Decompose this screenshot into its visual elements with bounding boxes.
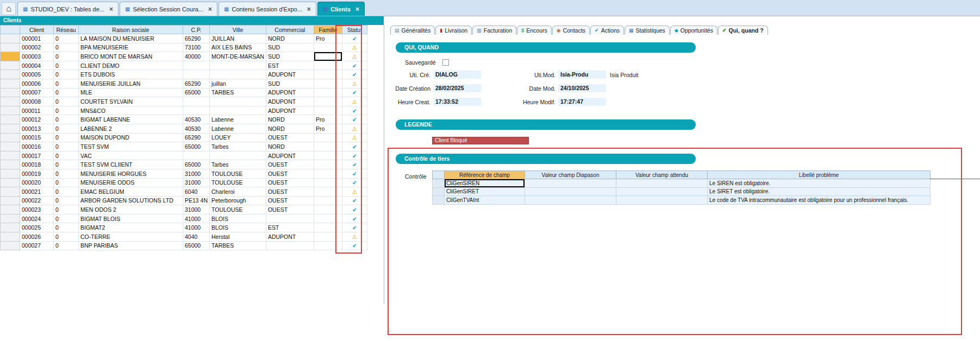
famille-cell[interactable] <box>314 142 342 151</box>
famille-cell[interactable] <box>314 97 342 106</box>
row-selector[interactable] <box>1 106 20 115</box>
row-selector[interactable] <box>1 205 20 214</box>
table-row[interactable]: CliGenSIRETLe SIRET est obligatoire. <box>433 187 931 196</box>
table-row[interactable]: 0000210EMAC BELGIUM6040CharleroiOUEST⚠ <box>1 187 367 197</box>
sauvegarde-checkbox[interactable] <box>442 59 449 66</box>
table-row[interactable]: 0000170VACADUPONT✔ <box>1 151 367 160</box>
tab-actions[interactable]: ✔Actions <box>590 26 624 35</box>
tab-généralités[interactable]: ▤Généralités <box>390 26 435 35</box>
column-header-ville[interactable]: Ville <box>210 26 266 34</box>
reference-cell[interactable]: CliGenSIREN <box>445 179 525 188</box>
row-selector[interactable] <box>1 88 20 97</box>
column-header-libellé-problème[interactable]: Libellé problème <box>708 171 931 179</box>
table-row[interactable]: 0000010LA MAISON DU MENUISIER65290JUILLA… <box>1 34 367 43</box>
table-row[interactable]: 0000180TEST SVM CLIIENT65000TarbesOUEST✔ <box>1 160 367 169</box>
reference-cell[interactable]: CliGenSIRET <box>445 187 525 196</box>
row-selector[interactable] <box>1 70 20 79</box>
famille-cell[interactable] <box>314 223 342 232</box>
column-header-statut[interactable]: Statut <box>342 26 367 34</box>
tab-facturation[interactable]: ▥Facturation <box>472 26 516 35</box>
tab-encours[interactable]: $Encours <box>517 26 552 35</box>
row-selector[interactable] <box>1 133 20 142</box>
table-row[interactable]: 0000200MENUISERIE ODOS31000TOULOUSEOUEST… <box>1 178 367 187</box>
row-selector[interactable] <box>1 79 20 88</box>
row-selector[interactable] <box>433 179 445 188</box>
tab-opportunités[interactable]: ◆Opportunités <box>670 26 717 35</box>
date-creation-field[interactable]: 28/02/2025 <box>433 84 481 92</box>
uti-cre-field[interactable]: DIALOG <box>433 71 481 79</box>
column-header-valeur-champ-attendu[interactable]: Valeur champ attendu <box>616 171 708 179</box>
famille-cell[interactable]: Pro <box>314 34 342 43</box>
famille-cell[interactable]: Pro <box>314 124 342 133</box>
table-row[interactable]: CliGenTVAIntLe code de TVA intracommunau… <box>433 196 931 205</box>
column-header-select[interactable] <box>1 26 20 34</box>
table-row[interactable]: 0000160TEST SVM65000TarbesNORD✔ <box>1 142 367 151</box>
famille-cell[interactable] <box>314 205 342 214</box>
row-selector[interactable] <box>1 232 20 242</box>
window-tab-clients[interactable]: ▦Clients× <box>317 2 365 16</box>
row-selector[interactable] <box>1 214 20 223</box>
famille-cell[interactable] <box>314 187 342 197</box>
close-icon[interactable]: × <box>208 5 212 13</box>
row-selector[interactable] <box>1 241 20 250</box>
panel-divider[interactable] <box>384 25 384 304</box>
table-row[interactable]: 0000130LABENNE 240530LabenneNORDPro⚠ <box>1 124 367 133</box>
row-selector[interactable] <box>1 43 20 52</box>
heure-modif-field[interactable]: 17:27:47 <box>558 98 606 106</box>
row-selector[interactable] <box>1 223 20 232</box>
famille-cell[interactable] <box>314 151 342 160</box>
row-selector[interactable] <box>1 178 20 187</box>
row-selector[interactable] <box>1 115 20 124</box>
famille-cell[interactable] <box>314 232 342 242</box>
tab-livraison[interactable]: ▮Livraison <box>435 26 472 35</box>
row-selector[interactable] <box>433 187 445 196</box>
column-header-client[interactable]: Client <box>20 26 54 34</box>
window-tab-sélection-session-coura[interactable]: ▦Sélection Session Coura...× <box>120 2 217 16</box>
table-row[interactable]: 0000260CO-TERRE4040HerstalADUPONT⚠ <box>1 232 367 242</box>
famille-cell[interactable] <box>314 88 342 97</box>
famille-cell[interactable] <box>314 196 342 205</box>
reference-cell[interactable]: CliGenTVAInt <box>445 196 525 205</box>
row-selector[interactable] <box>1 124 20 133</box>
famille-cell[interactable] <box>314 79 342 88</box>
table-row[interactable]: 0000240BIGMAT BLOIS41000BLOIS✔ <box>1 214 367 223</box>
row-selector[interactable] <box>1 97 20 106</box>
column-header-référence-de-champ[interactable]: Référence de champ <box>445 171 525 179</box>
column-header-select[interactable] <box>433 171 445 179</box>
famille-cell[interactable] <box>314 160 342 169</box>
heure-creat-field[interactable]: 17:33:52 <box>433 98 481 106</box>
table-row[interactable]: 0000110MNS&COADUPONT✔ <box>1 106 367 115</box>
famille-cell[interactable] <box>314 241 342 250</box>
famille-cell[interactable] <box>314 70 342 79</box>
famille-cell[interactable] <box>314 178 342 187</box>
close-icon[interactable]: × <box>109 5 113 13</box>
row-selector[interactable] <box>1 151 20 160</box>
table-row[interactable]: 0000270BNP PARIBAS65000TARBES✔ <box>1 241 367 250</box>
famille-cell[interactable] <box>314 133 342 142</box>
table-row[interactable]: 0000150MAISON DUPOND65290LOUEYOUEST⚠ <box>1 133 367 142</box>
famille-cell[interactable] <box>314 61 342 70</box>
window-tab-studio-dev-tables-de[interactable]: ▦STUDIO_DEV : Tables de...× <box>17 2 118 16</box>
table-row[interactable]: 0000220ARBOR GARDEN SOLUTIONS LTDPE13 4N… <box>1 196 367 205</box>
table-row[interactable]: 0000030BRICO MONT DE MARSAN40000MONT-DE-… <box>1 52 367 61</box>
column-header-réseau[interactable]: Réseau <box>54 26 79 34</box>
row-selector[interactable] <box>1 169 20 178</box>
uti-mod-field[interactable]: Isia-Produ <box>558 71 606 79</box>
table-row[interactable]: 0000050ETS DUBOISADUPONT✔ <box>1 70 367 79</box>
row-selector[interactable] <box>1 196 20 205</box>
table-row[interactable]: 0000070MLE65000TARBESADUPONT✔ <box>1 88 367 97</box>
column-header-raison-sociale[interactable]: Raison sociale <box>79 26 183 34</box>
row-selector[interactable] <box>1 52 20 61</box>
table-row[interactable]: CliGenSIRENLe SIREN est obligatoire. <box>433 179 931 188</box>
table-row[interactable]: 0000190MENUISERIE HORGUES31000TOULOUSEOU… <box>1 169 367 178</box>
close-icon[interactable]: × <box>307 5 311 13</box>
famille-cell[interactable] <box>314 106 342 115</box>
close-icon[interactable]: × <box>355 5 359 13</box>
column-header-c-p[interactable]: C.P. <box>183 26 210 34</box>
table-row[interactable]: 0000230MEN ODOS 231000TOULOUSEOUEST✔ <box>1 205 367 214</box>
tab-statistiques[interactable]: ▦Statistiques <box>625 26 670 35</box>
date-mod-field[interactable]: 24/10/2025 <box>558 84 606 92</box>
famille-cell[interactable] <box>314 43 342 52</box>
table-row[interactable]: 0000020BPA MENUISERIE73100AIX LES BAINSS… <box>1 43 367 52</box>
column-header-valeur-champ-diapason[interactable]: Valeur champ Diapason <box>525 171 616 179</box>
